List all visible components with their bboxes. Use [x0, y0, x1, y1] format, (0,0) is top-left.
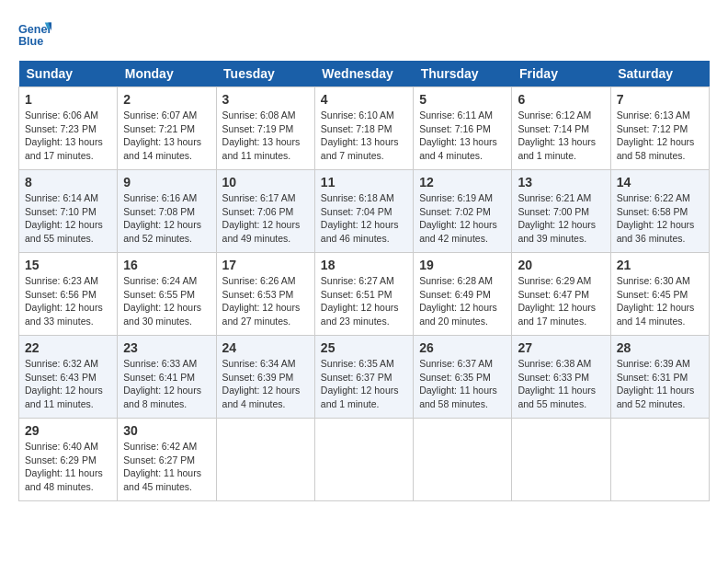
day-info: Sunrise: 6:23 AMSunset: 6:56 PMDaylight:…	[25, 274, 111, 328]
calendar-cell	[512, 419, 610, 501]
calendar-week-row: 1Sunrise: 6:06 AMSunset: 7:23 PMDaylight…	[19, 87, 710, 170]
day-info: Sunrise: 6:40 AMSunset: 6:29 PMDaylight:…	[25, 440, 111, 494]
day-info: Sunrise: 6:16 AMSunset: 7:08 PMDaylight:…	[123, 191, 210, 246]
day-number: 28	[617, 340, 703, 355]
day-info: Sunrise: 6:42 AMSunset: 6:27 PMDaylight:…	[123, 440, 210, 494]
day-number: 12	[419, 175, 506, 190]
day-number: 24	[222, 340, 309, 355]
calendar-week-row: 29Sunrise: 6:40 AMSunset: 6:29 PMDayligh…	[19, 419, 710, 501]
day-number: 25	[321, 340, 407, 355]
day-number: 6	[518, 92, 604, 107]
calendar-cell: 12Sunrise: 6:19 AMSunset: 7:02 PMDayligh…	[414, 170, 512, 253]
calendar-cell: 13Sunrise: 6:21 AMSunset: 7:00 PMDayligh…	[512, 170, 610, 253]
day-number: 14	[617, 175, 703, 190]
day-number: 26	[419, 340, 506, 355]
day-info: Sunrise: 6:22 AMSunset: 6:58 PMDaylight:…	[617, 191, 703, 246]
calendar-cell: 29Sunrise: 6:40 AMSunset: 6:29 PMDayligh…	[19, 419, 118, 501]
weekday-header-saturday: Saturday	[610, 61, 709, 87]
day-number: 30	[123, 423, 210, 438]
day-info: Sunrise: 6:34 AMSunset: 6:39 PMDaylight:…	[222, 357, 309, 411]
day-number: 19	[419, 258, 506, 272]
day-info: Sunrise: 6:18 AMSunset: 7:04 PMDaylight:…	[321, 191, 407, 246]
day-number: 8	[25, 175, 111, 190]
day-number: 10	[222, 175, 309, 190]
calendar-cell: 11Sunrise: 6:18 AMSunset: 7:04 PMDayligh…	[314, 170, 413, 253]
day-info: Sunrise: 6:12 AMSunset: 7:14 PMDaylight:…	[518, 109, 604, 163]
day-info: Sunrise: 6:30 AMSunset: 6:45 PMDaylight:…	[617, 274, 703, 328]
day-info: Sunrise: 6:10 AMSunset: 7:18 PMDaylight:…	[321, 109, 407, 163]
weekday-header-thursday: Thursday	[414, 61, 512, 87]
day-number: 29	[25, 423, 111, 438]
calendar-cell	[414, 419, 512, 501]
calendar-cell	[610, 419, 709, 501]
calendar-cell: 17Sunrise: 6:26 AMSunset: 6:53 PMDayligh…	[216, 253, 314, 336]
calendar-cell: 3Sunrise: 6:08 AMSunset: 7:19 PMDaylight…	[216, 87, 314, 170]
calendar-cell: 6Sunrise: 6:12 AMSunset: 7:14 PMDaylight…	[512, 87, 610, 170]
day-info: Sunrise: 6:14 AMSunset: 7:10 PMDaylight:…	[25, 191, 111, 246]
calendar-cell: 24Sunrise: 6:34 AMSunset: 6:39 PMDayligh…	[216, 336, 314, 419]
day-number: 4	[321, 92, 407, 107]
day-info: Sunrise: 6:19 AMSunset: 7:02 PMDaylight:…	[419, 191, 506, 246]
calendar-cell: 21Sunrise: 6:30 AMSunset: 6:45 PMDayligh…	[610, 253, 709, 336]
day-info: Sunrise: 6:29 AMSunset: 6:47 PMDaylight:…	[518, 274, 604, 328]
weekday-header-tuesday: Tuesday	[216, 61, 314, 87]
calendar-cell: 27Sunrise: 6:38 AMSunset: 6:33 PMDayligh…	[512, 336, 610, 419]
day-info: Sunrise: 6:11 AMSunset: 7:16 PMDaylight:…	[419, 109, 506, 163]
weekday-header-row: SundayMondayTuesdayWednesdayThursdayFrid…	[19, 61, 710, 87]
day-number: 21	[617, 258, 703, 272]
day-number: 5	[419, 92, 506, 107]
day-number: 15	[25, 258, 111, 272]
day-info: Sunrise: 6:28 AMSunset: 6:49 PMDaylight:…	[419, 274, 506, 328]
calendar-cell: 4Sunrise: 6:10 AMSunset: 7:18 PMDaylight…	[314, 87, 413, 170]
day-number: 7	[617, 92, 703, 107]
day-info: Sunrise: 6:38 AMSunset: 6:33 PMDaylight:…	[518, 357, 604, 411]
day-info: Sunrise: 6:27 AMSunset: 6:51 PMDaylight:…	[321, 274, 407, 328]
weekday-header-friday: Friday	[512, 61, 610, 87]
day-info: Sunrise: 6:08 AMSunset: 7:19 PMDaylight:…	[222, 109, 309, 163]
logo: General Blue	[18, 18, 55, 52]
day-info: Sunrise: 6:06 AMSunset: 7:23 PMDaylight:…	[25, 109, 111, 163]
day-info: Sunrise: 6:07 AMSunset: 7:21 PMDaylight:…	[123, 109, 210, 163]
calendar-cell: 1Sunrise: 6:06 AMSunset: 7:23 PMDaylight…	[19, 87, 118, 170]
weekday-header-monday: Monday	[118, 61, 216, 87]
day-info: Sunrise: 6:32 AMSunset: 6:43 PMDaylight:…	[25, 357, 111, 411]
day-number: 22	[25, 340, 111, 355]
calendar-cell: 20Sunrise: 6:29 AMSunset: 6:47 PMDayligh…	[512, 253, 610, 336]
svg-text:Blue: Blue	[18, 35, 43, 48]
calendar-week-row: 22Sunrise: 6:32 AMSunset: 6:43 PMDayligh…	[19, 336, 710, 419]
calendar-week-row: 8Sunrise: 6:14 AMSunset: 7:10 PMDaylight…	[19, 170, 710, 253]
calendar-cell: 2Sunrise: 6:07 AMSunset: 7:21 PMDaylight…	[118, 87, 216, 170]
calendar-cell: 22Sunrise: 6:32 AMSunset: 6:43 PMDayligh…	[19, 336, 118, 419]
calendar-cell: 7Sunrise: 6:13 AMSunset: 7:12 PMDaylight…	[610, 87, 709, 170]
calendar-cell: 15Sunrise: 6:23 AMSunset: 6:56 PMDayligh…	[19, 253, 118, 336]
day-info: Sunrise: 6:21 AMSunset: 7:00 PMDaylight:…	[518, 191, 604, 246]
day-info: Sunrise: 6:39 AMSunset: 6:31 PMDaylight:…	[617, 357, 703, 411]
calendar-cell: 28Sunrise: 6:39 AMSunset: 6:31 PMDayligh…	[610, 336, 709, 419]
day-info: Sunrise: 6:35 AMSunset: 6:37 PMDaylight:…	[321, 357, 407, 411]
calendar-cell: 9Sunrise: 6:16 AMSunset: 7:08 PMDaylight…	[118, 170, 216, 253]
day-number: 9	[123, 175, 210, 190]
calendar-cell	[314, 419, 413, 501]
day-number: 20	[518, 258, 604, 272]
day-number: 13	[518, 175, 604, 190]
calendar-table: SundayMondayTuesdayWednesdayThursdayFrid…	[18, 61, 710, 501]
calendar-cell: 16Sunrise: 6:24 AMSunset: 6:55 PMDayligh…	[118, 253, 216, 336]
weekday-header-sunday: Sunday	[19, 61, 118, 87]
calendar-cell: 25Sunrise: 6:35 AMSunset: 6:37 PMDayligh…	[314, 336, 413, 419]
day-number: 1	[25, 92, 111, 107]
calendar-cell: 23Sunrise: 6:33 AMSunset: 6:41 PMDayligh…	[118, 336, 216, 419]
calendar-cell: 18Sunrise: 6:27 AMSunset: 6:51 PMDayligh…	[314, 253, 413, 336]
header: General Blue	[18, 18, 710, 52]
day-number: 16	[123, 258, 210, 272]
calendar-cell: 5Sunrise: 6:11 AMSunset: 7:16 PMDaylight…	[414, 87, 512, 170]
day-number: 11	[321, 175, 407, 190]
day-number: 2	[123, 92, 210, 107]
calendar-week-row: 15Sunrise: 6:23 AMSunset: 6:56 PMDayligh…	[19, 253, 710, 336]
day-number: 18	[321, 258, 407, 272]
calendar-cell	[216, 419, 314, 501]
day-number: 27	[518, 340, 604, 355]
calendar-cell: 26Sunrise: 6:37 AMSunset: 6:35 PMDayligh…	[414, 336, 512, 419]
calendar-cell: 19Sunrise: 6:28 AMSunset: 6:49 PMDayligh…	[414, 253, 512, 336]
day-info: Sunrise: 6:24 AMSunset: 6:55 PMDaylight:…	[123, 274, 210, 328]
day-info: Sunrise: 6:26 AMSunset: 6:53 PMDaylight:…	[222, 274, 309, 328]
